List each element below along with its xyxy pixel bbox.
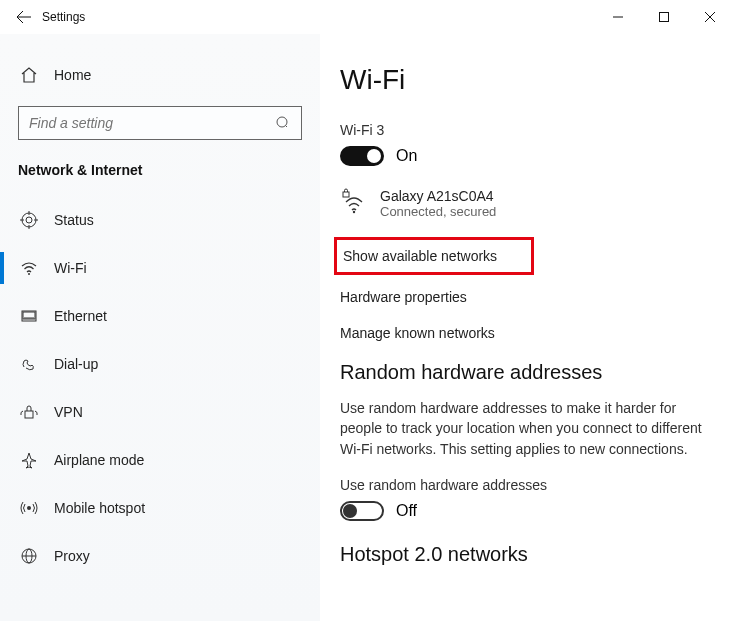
sidebar-item-label: Dial-up xyxy=(54,356,98,372)
window-title: Settings xyxy=(42,10,85,24)
sidebar-item-ethernet[interactable]: Ethernet xyxy=(0,292,320,340)
vpn-icon xyxy=(18,403,40,421)
titlebar: Settings xyxy=(0,0,733,34)
random-hw-heading: Random hardware addresses xyxy=(340,361,703,384)
sidebar-item-label: VPN xyxy=(54,404,83,420)
svg-rect-26 xyxy=(343,192,349,197)
wifi-toggle[interactable] xyxy=(340,146,384,166)
home-icon xyxy=(18,66,40,84)
sidebar-home[interactable]: Home xyxy=(0,60,320,90)
status-icon xyxy=(18,211,40,229)
sidebar-home-label: Home xyxy=(54,67,91,83)
search-icon xyxy=(275,115,291,131)
link-hardware-properties[interactable]: Hardware properties xyxy=(340,289,703,305)
proxy-icon xyxy=(18,547,40,565)
maximize-icon xyxy=(659,12,669,22)
hotspot-heading: Hotspot 2.0 networks xyxy=(340,543,703,566)
sidebar-item-wifi[interactable]: Wi-Fi xyxy=(0,244,320,292)
svg-point-7 xyxy=(26,217,32,223)
sidebar-item-dialup[interactable]: Dial-up xyxy=(0,340,320,388)
wifi-icon xyxy=(18,259,40,277)
sidebar-item-label: Proxy xyxy=(54,548,90,564)
sidebar-item-label: Airplane mode xyxy=(54,452,144,468)
network-status: Connected, secured xyxy=(380,204,496,219)
svg-rect-1 xyxy=(660,13,669,22)
sidebar-item-hotspot[interactable]: Mobile hotspot xyxy=(0,484,320,532)
sidebar-item-label: Ethernet xyxy=(54,308,107,324)
svg-point-25 xyxy=(353,211,355,213)
random-hw-toggle-state: Off xyxy=(396,502,417,520)
minimize-button[interactable] xyxy=(595,0,641,34)
connected-network[interactable]: Galaxy A21sC0A4 Connected, secured xyxy=(340,188,703,219)
svg-point-12 xyxy=(28,273,30,275)
arrow-left-icon xyxy=(16,9,32,25)
hotspot-icon xyxy=(18,499,40,517)
svg-point-21 xyxy=(27,506,31,510)
back-button[interactable] xyxy=(10,3,38,31)
window-controls xyxy=(595,0,733,34)
random-hw-toggle[interactable] xyxy=(340,501,384,521)
airplane-icon xyxy=(18,451,40,469)
svg-line-5 xyxy=(286,126,288,128)
wifi-toggle-label: On xyxy=(396,147,417,165)
search-input[interactable] xyxy=(29,115,275,131)
sidebar-item-airplane[interactable]: Airplane mode xyxy=(0,436,320,484)
sidebar-section-title: Network & Internet xyxy=(0,162,320,196)
sidebar-item-proxy[interactable]: Proxy xyxy=(0,532,320,580)
link-manage-known-networks[interactable]: Manage known networks xyxy=(340,325,703,341)
close-icon xyxy=(705,12,715,22)
random-hw-toggle-label: Use random hardware addresses xyxy=(340,477,703,493)
sidebar-item-label: Mobile hotspot xyxy=(54,500,145,516)
sidebar-item-label: Status xyxy=(54,212,94,228)
sidebar-item-label: Wi-Fi xyxy=(54,260,87,276)
wifi-toggle-row: On xyxy=(340,146,703,166)
ethernet-icon xyxy=(18,307,40,325)
search-box[interactable] xyxy=(18,106,302,140)
sidebar-item-vpn[interactable]: VPN xyxy=(0,388,320,436)
random-hw-description: Use random hardware addresses to make it… xyxy=(340,398,703,459)
adapter-name: Wi-Fi 3 xyxy=(340,122,703,138)
wifi-secured-icon xyxy=(340,188,372,216)
network-name: Galaxy A21sC0A4 xyxy=(380,188,496,204)
minimize-icon xyxy=(613,12,623,22)
random-hw-toggle-row: Off xyxy=(340,501,703,521)
content-pane: Wi-Fi Wi-Fi 3 On Galaxy A21sC0A4 Connect… xyxy=(320,34,733,621)
link-show-available-networks[interactable]: Show available networks xyxy=(334,237,534,275)
dialup-icon xyxy=(18,355,40,373)
close-button[interactable] xyxy=(687,0,733,34)
page-title: Wi-Fi xyxy=(340,64,703,96)
sidebar-item-status[interactable]: Status xyxy=(0,196,320,244)
sidebar: Home Network & Internet Status Wi-Fi Eth… xyxy=(0,34,320,621)
svg-rect-20 xyxy=(25,411,33,418)
svg-point-6 xyxy=(22,213,36,227)
maximize-button[interactable] xyxy=(641,0,687,34)
